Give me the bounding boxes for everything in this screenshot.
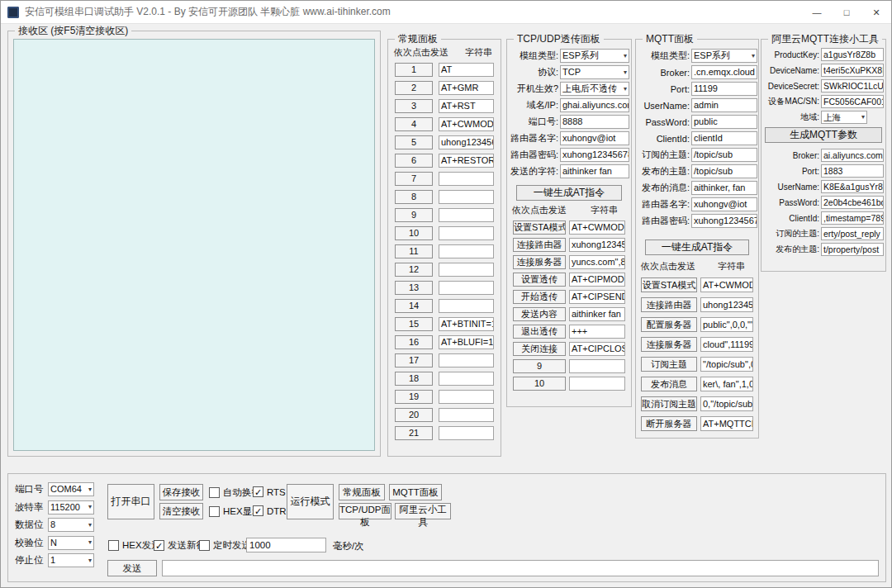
panel-tcpudp-button[interactable]: TCP/UDP面板 xyxy=(339,503,391,519)
field-value[interactable]: ai.aliyuncs.com xyxy=(821,149,884,162)
field-value[interactable]: SWkRIOC1LcU3lFD xyxy=(821,79,884,92)
interval-input[interactable] xyxy=(246,538,326,552)
minimize-button[interactable]: — xyxy=(802,1,832,24)
command-input[interactable]: AT+CWMODE=1 xyxy=(700,277,753,292)
command-input[interactable]: uhong12345678" xyxy=(439,135,494,149)
field-value[interactable]: COM64 ▾ xyxy=(48,482,94,496)
command-input[interactable]: AT+GMR xyxy=(439,81,494,95)
panel-mqtt-button[interactable]: MQTT面板 xyxy=(389,484,442,500)
command-input[interactable] xyxy=(439,244,494,258)
field-value[interactable]: FC5056CAF001 xyxy=(821,95,884,108)
panel-aliyun-button[interactable]: 阿里云小工具 xyxy=(395,503,451,519)
command-input[interactable]: AT xyxy=(439,63,494,77)
field-value[interactable]: /topic/sub xyxy=(691,164,757,178)
field-value[interactable]: ESP系列 ▾ xyxy=(560,49,629,63)
checkbox-send-newline[interactable]: ✓ 发送新行 xyxy=(154,539,206,552)
save-receive-button[interactable]: 保存接收 xyxy=(159,484,203,500)
field-value[interactable]: ESP系列 ▾ xyxy=(691,49,757,63)
field-value[interactable]: 上海 ▾ xyxy=(821,111,867,124)
send-button[interactable]: 发送 xyxy=(107,560,157,576)
field-value[interactable]: aithinker, fan xyxy=(691,181,757,195)
command-input[interactable] xyxy=(439,426,494,440)
command-input[interactable]: cloud",11199,0 xyxy=(700,337,753,352)
send-step-button[interactable]: 设置STA模式 xyxy=(513,220,566,235)
send-step-button[interactable]: 连接路由器 xyxy=(641,297,697,312)
field-value[interactable]: .cn.emqx.cloud xyxy=(691,65,757,79)
send-step-button[interactable]: 10 xyxy=(513,377,566,391)
field-value[interactable]: xuhongv@iot xyxy=(560,131,629,145)
command-input[interactable] xyxy=(439,172,494,186)
field-value[interactable]: K8E&a1gusYr8Z8b xyxy=(821,180,884,193)
command-input[interactable] xyxy=(439,390,494,404)
command-input[interactable]: uhong12345678" xyxy=(700,297,753,312)
send-step-button[interactable]: 13 xyxy=(395,281,433,295)
send-step-button[interactable]: 4 xyxy=(395,117,433,131)
send-step-button[interactable]: 5 xyxy=(395,135,433,149)
command-input[interactable] xyxy=(439,299,494,313)
send-step-button[interactable]: 21 xyxy=(395,426,433,440)
send-step-button[interactable]: 19 xyxy=(395,390,433,404)
command-input[interactable]: AT+CIPSEND xyxy=(569,290,625,304)
command-input[interactable] xyxy=(439,281,494,295)
command-input[interactable]: 0,"/topic/sub" xyxy=(700,396,753,411)
send-step-button[interactable]: 退出透传 xyxy=(513,325,566,339)
field-value[interactable]: admin xyxy=(691,98,757,112)
generate-at-button[interactable]: 一键生成AT指令 xyxy=(645,239,749,255)
send-step-button[interactable]: 开始透传 xyxy=(513,290,566,304)
receive-area[interactable] xyxy=(13,39,375,451)
command-input[interactable]: ker\, fan",1,0 xyxy=(700,377,753,391)
field-value[interactable]: t4eri5cXuPKX8E xyxy=(821,64,884,77)
field-value[interactable]: ghai.aliyuncs.com xyxy=(560,98,629,112)
command-input[interactable]: +++ xyxy=(569,325,625,339)
field-value[interactable]: xuhong12345678 xyxy=(691,214,757,228)
command-input[interactable]: AT+BLUFI=1 xyxy=(439,335,494,349)
send-step-button[interactable]: 11 xyxy=(395,244,433,258)
field-value[interactable]: clientId xyxy=(691,131,757,145)
clear-receive-button[interactable]: 清空接收 xyxy=(159,503,203,519)
send-step-button[interactable]: 8 xyxy=(395,190,433,204)
command-input[interactable]: AT+BTINIT=1 xyxy=(439,317,494,331)
generate-at-button[interactable]: 一键生成AT指令 xyxy=(516,185,622,201)
send-step-button[interactable]: 配置服务器 xyxy=(641,317,697,332)
send-step-button[interactable]: 3 xyxy=(395,99,433,113)
field-value[interactable]: erty/post_reply xyxy=(821,227,884,240)
field-value[interactable]: 2e0b4cbe461bd81 xyxy=(821,196,884,209)
send-step-button[interactable]: 18 xyxy=(395,372,433,386)
field-value[interactable]: /topic/sub xyxy=(691,148,757,162)
checkbox-dtr[interactable]: ✓ DTR xyxy=(253,505,287,516)
field-value[interactable]: TCP ▾ xyxy=(560,65,629,79)
command-input[interactable]: aithinker fan xyxy=(569,307,625,321)
command-input[interactable]: "/topic/sub",0 xyxy=(700,357,753,372)
send-step-button[interactable]: 10 xyxy=(395,226,433,240)
send-step-button[interactable]: 设置透传 xyxy=(513,273,566,287)
command-input[interactable] xyxy=(439,353,494,368)
command-input[interactable]: AT+CWMODE=1 xyxy=(439,117,494,131)
command-input[interactable] xyxy=(439,408,494,422)
send-step-button[interactable]: 7 xyxy=(395,172,433,186)
command-input[interactable] xyxy=(439,263,494,277)
send-step-button[interactable]: 20 xyxy=(395,408,433,422)
checkbox-timed-send[interactable]: 定时发送 xyxy=(199,539,251,552)
command-input[interactable]: public",0,0,"" xyxy=(700,317,753,332)
field-value[interactable]: aithinker fan xyxy=(560,164,629,178)
command-input[interactable]: AT+MQTTCLEAN=0 xyxy=(700,416,753,431)
send-step-button[interactable]: 9 xyxy=(513,359,566,373)
send-step-button[interactable]: 连接服务器 xyxy=(641,337,697,352)
close-button[interactable]: ✕ xyxy=(861,1,891,24)
send-step-button[interactable]: 1 xyxy=(395,63,433,77)
send-step-button[interactable]: 连接服务器 xyxy=(513,255,566,269)
field-value[interactable]: xuhong12345678 xyxy=(560,148,629,162)
field-value[interactable]: N ▾ xyxy=(48,536,94,550)
send-step-button[interactable]: 设置STA模式 xyxy=(641,277,697,292)
field-value[interactable]: 115200 ▾ xyxy=(48,500,94,514)
send-step-button[interactable]: 17 xyxy=(395,353,433,368)
field-value[interactable]: ,timestamp=789| xyxy=(821,211,884,225)
send-step-button[interactable]: 订阅主题 xyxy=(641,357,697,372)
command-input[interactable]: AT+CWMODE=1 xyxy=(569,220,625,235)
send-step-button[interactable]: 6 xyxy=(395,154,433,168)
field-value[interactable]: t/property/post xyxy=(821,243,884,256)
field-value[interactable]: 1883 xyxy=(821,164,884,178)
command-input[interactable] xyxy=(439,208,494,222)
maximize-button[interactable]: □ xyxy=(832,1,861,24)
send-input[interactable] xyxy=(162,560,879,576)
